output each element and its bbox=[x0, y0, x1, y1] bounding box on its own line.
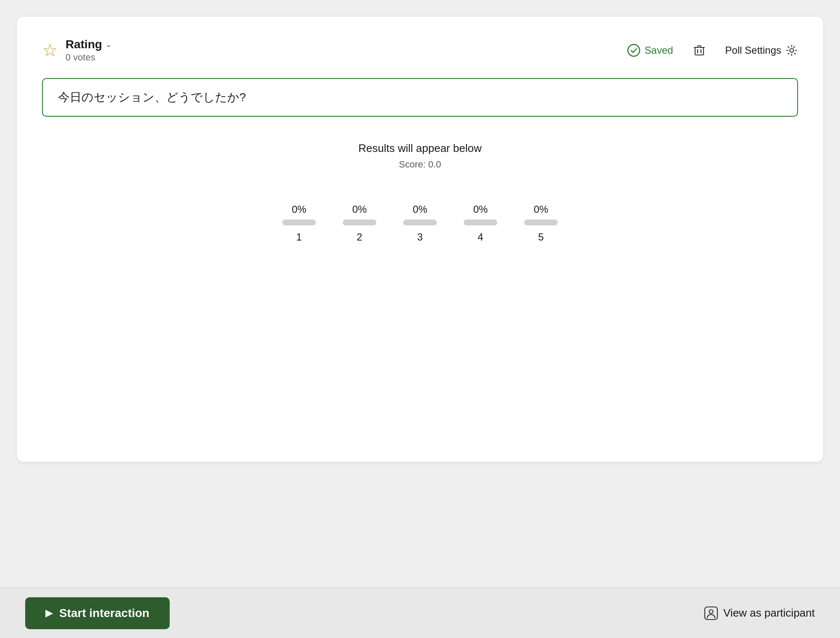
percent-4: 0% bbox=[473, 204, 488, 215]
poll-settings-button[interactable]: Poll Settings bbox=[725, 44, 798, 57]
view-as-participant-button[interactable]: View as participant bbox=[704, 606, 815, 620]
poll-settings-label: Poll Settings bbox=[725, 44, 781, 56]
bar-col-2: 0% 2 bbox=[343, 204, 376, 243]
bar-col-3: 0% 3 bbox=[403, 204, 437, 243]
svg-point-0 bbox=[628, 44, 640, 56]
bar-label-4: 4 bbox=[478, 231, 483, 243]
rating-title-row: Rating ⌄ bbox=[66, 38, 112, 51]
bar-percent-row: 0% 1 0% 2 0% bbox=[282, 204, 558, 243]
bar-label-1: 1 bbox=[296, 231, 302, 243]
score-label: Score: 0.0 bbox=[399, 159, 441, 170]
check-circle-icon bbox=[627, 44, 640, 57]
star-icon: ☆ bbox=[42, 42, 58, 59]
bar-track-1 bbox=[282, 220, 316, 225]
saved-badge: Saved bbox=[627, 44, 673, 57]
question-input[interactable] bbox=[42, 78, 798, 117]
header-right: Saved Poll Settings bbox=[627, 41, 798, 60]
svg-point-2 bbox=[790, 49, 794, 52]
header-row: ☆ Rating ⌄ 0 votes Saved bbox=[42, 38, 798, 63]
bar-label-2: 2 bbox=[357, 231, 362, 243]
bar-label-3: 3 bbox=[417, 231, 423, 243]
bar-track-4 bbox=[464, 220, 497, 225]
bar-col-1: 0% 1 bbox=[282, 204, 316, 243]
svg-point-4 bbox=[709, 609, 713, 613]
bar-track-5 bbox=[524, 220, 558, 225]
results-title: Results will appear below bbox=[358, 142, 481, 155]
header-left: ☆ Rating ⌄ 0 votes bbox=[42, 38, 112, 63]
percent-2: 0% bbox=[352, 204, 367, 215]
play-icon: ▶ bbox=[45, 608, 52, 619]
percent-3: 0% bbox=[413, 204, 428, 215]
main-card: ☆ Rating ⌄ 0 votes Saved bbox=[17, 17, 823, 462]
bar-track-2 bbox=[343, 220, 376, 225]
chart-area: 0% 1 0% 2 0% bbox=[42, 204, 798, 250]
bar-label-5: 5 bbox=[538, 231, 543, 243]
trash-icon bbox=[693, 44, 706, 57]
chevron-down-icon[interactable]: ⌄ bbox=[105, 40, 112, 49]
rating-title: Rating bbox=[66, 38, 102, 51]
saved-label: Saved bbox=[645, 44, 673, 56]
percent-1: 0% bbox=[292, 204, 307, 215]
bottom-bar: ▶ Start interaction View as participant bbox=[0, 588, 840, 638]
svg-rect-1 bbox=[695, 47, 704, 55]
percent-5: 0% bbox=[534, 204, 549, 215]
gear-icon bbox=[785, 44, 798, 57]
votes-label: 0 votes bbox=[66, 52, 112, 63]
bar-track-3 bbox=[403, 220, 437, 225]
bar-col-5: 0% 5 bbox=[524, 204, 558, 243]
participant-icon bbox=[704, 606, 718, 620]
start-interaction-label: Start interaction bbox=[59, 607, 150, 620]
bar-col-4: 0% 4 bbox=[464, 204, 497, 243]
start-interaction-button[interactable]: ▶ Start interaction bbox=[25, 597, 170, 629]
page-wrapper: ☆ Rating ⌄ 0 votes Saved bbox=[0, 0, 840, 638]
results-area: Results will appear below Score: 0.0 bbox=[42, 142, 798, 170]
rating-info: Rating ⌄ 0 votes bbox=[66, 38, 112, 63]
delete-button[interactable] bbox=[690, 41, 709, 60]
view-as-participant-label: View as participant bbox=[723, 607, 815, 620]
